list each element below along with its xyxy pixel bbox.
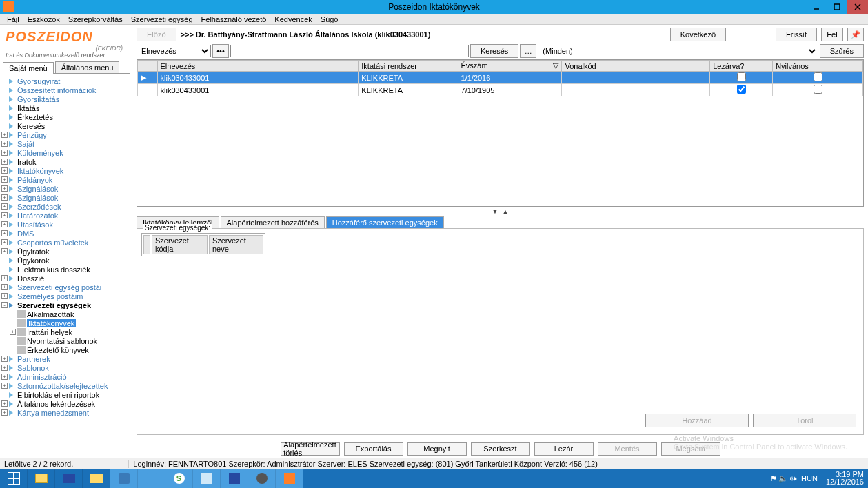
tree-label[interactable]: Keresés — [17, 122, 45, 130]
filter-button[interactable]: Szűrés — [820, 44, 864, 58]
tree-node[interactable]: Alkalmazottak — [10, 309, 131, 318]
expand-icon[interactable]: + — [1, 248, 8, 254]
tree-label[interactable]: Dosszié — [17, 274, 44, 283]
grid-header[interactable]: Elnevezés — [157, 61, 359, 72]
tree-node[interactable]: Ügykörök — [1, 256, 131, 265]
tree-label[interactable]: Határozatok — [17, 212, 58, 220]
search-input[interactable] — [230, 45, 469, 57]
grid-cell-closed[interactable] — [710, 72, 773, 84]
tree-label[interactable]: Partnerek — [17, 355, 50, 363]
next-button[interactable]: Következő — [670, 28, 726, 41]
tree-label[interactable]: DMS — [17, 230, 34, 238]
tree-node[interactable]: Nyomtatási sablonok — [10, 336, 131, 345]
tree-node[interactable]: +Küldemények — [1, 148, 131, 157]
tree-label[interactable]: Szerződések — [17, 203, 61, 211]
search-more-button[interactable]: … — [520, 44, 536, 58]
tree-label[interactable]: Érkeztetés — [17, 113, 53, 121]
tree-node[interactable]: Összesített információk — [1, 85, 131, 94]
tree-node[interactable]: Érkeztetés — [1, 112, 131, 121]
tree-node[interactable]: +Példányok — [1, 175, 131, 184]
expand-icon[interactable]: + — [1, 159, 8, 165]
expand-icon[interactable]: + — [1, 293, 8, 299]
tree-label[interactable]: Szervezeti egység postái — [17, 283, 101, 292]
tree-node[interactable]: Iktatókönyvek — [10, 318, 131, 327]
expand-icon[interactable]: + — [1, 409, 8, 416]
expand-icon[interactable]: + — [1, 383, 8, 389]
tree-label[interactable]: Csoportos műveletek — [17, 238, 88, 247]
taskbar-powershell[interactable] — [55, 469, 83, 488]
action-exportálás[interactable]: Exportálás — [344, 442, 403, 456]
splitter-bar[interactable]: ▼ ▲ — [137, 207, 864, 216]
expand-icon[interactable]: + — [1, 167, 8, 174]
tree-label[interactable]: Érkeztető könyvek — [27, 346, 89, 354]
tree-label[interactable]: Elbirtoklás elleni riportok — [17, 391, 99, 399]
tree-node[interactable]: Gyorsiktatás — [1, 94, 131, 103]
tree-label[interactable]: Irattári helyek — [27, 328, 72, 336]
tree-label[interactable]: Pénzügy — [17, 131, 47, 139]
tree-node[interactable]: Gyorsügyirat — [1, 77, 131, 85]
action-megnyit[interactable]: Megnyit — [407, 442, 467, 456]
taskbar-app3[interactable]: S — [165, 469, 193, 488]
taskbar-folder[interactable] — [83, 469, 110, 488]
pin-button[interactable]: 📌 — [847, 28, 864, 41]
tree-node[interactable]: +Saját — [1, 139, 131, 148]
system-tray[interactable]: ⚑ 🔈 🕪 HUN 3:19 PM 12/12/2016 — [766, 471, 868, 486]
tray-network-icon[interactable]: 🔈 — [778, 474, 788, 483]
action-lezár[interactable]: Lezár — [534, 442, 594, 456]
tree-label[interactable]: Összesített információk — [17, 86, 96, 94]
tree-node[interactable]: +Szerződések — [1, 202, 131, 211]
expand-icon[interactable]: + — [1, 284, 8, 290]
tree-node[interactable]: +Személyes postáim — [1, 292, 131, 301]
delete-button[interactable]: Töröl — [753, 414, 856, 427]
tree-node[interactable]: Elbirtoklás elleni riportok — [1, 390, 131, 399]
expand-icon[interactable]: + — [1, 194, 8, 201]
grid-cell-closed[interactable] — [710, 84, 773, 96]
add-button[interactable]: Hozzáad — [645, 414, 749, 427]
tray-lang[interactable]: HUN — [798, 474, 820, 482]
tree-node[interactable]: +Dosszié — [1, 274, 131, 283]
taskbar[interactable]: S ⚑ 🔈 🕪 HUN 3:19 PM 12/12/2016 — [0, 469, 868, 488]
menu-felhasználó vezető[interactable]: Felhasználó vezető — [197, 15, 271, 23]
tree-label[interactable]: Elektronikus dossziék — [17, 265, 90, 274]
grid-header[interactable]: Vonalkód — [562, 61, 710, 72]
tree-label[interactable]: Iratok — [17, 158, 37, 166]
expand-icon[interactable]: + — [1, 185, 8, 192]
tree-label[interactable]: Sablonok — [17, 364, 49, 372]
expand-icon[interactable]: + — [1, 132, 8, 138]
menu-szerepkörváltás[interactable]: Szerepkörváltás — [64, 15, 127, 23]
col-org-name[interactable]: Szervezet neve — [209, 235, 263, 254]
expand-icon[interactable]: + — [1, 176, 8, 183]
col-org-code[interactable]: Szervezet kódja — [152, 235, 208, 254]
tree-node[interactable]: +Iratok — [1, 157, 131, 166]
grid-cell-public[interactable] — [773, 84, 863, 96]
tree-label[interactable]: Alkalmazottak — [27, 310, 74, 318]
menu-fájl[interactable]: Fájl — [3, 15, 23, 23]
expand-icon[interactable]: + — [1, 203, 8, 210]
tree-label[interactable]: Szervezeti egységek — [17, 301, 91, 309]
tree-node[interactable]: +Szervezeti egység postái — [1, 283, 131, 292]
tree-label[interactable]: Szignálások — [17, 185, 58, 193]
tree-label[interactable]: Gyorsiktatás — [17, 95, 59, 103]
expand-icon[interactable]: + — [1, 239, 8, 245]
grid-header[interactable]: Lezárva? — [710, 61, 773, 72]
taskbar-app2[interactable] — [138, 469, 165, 488]
tree-node[interactable]: +Határozatok — [1, 211, 131, 220]
tree-label[interactable]: Sztornózottak/selejtezettek — [17, 382, 108, 390]
tree-label[interactable]: Saját — [17, 140, 34, 148]
tree-node[interactable]: +Irattári helyek — [10, 327, 131, 336]
tree-label[interactable]: Kártya menedzsment — [17, 409, 89, 417]
tree-node[interactable]: +Szignálások — [1, 184, 131, 193]
filter-select[interactable]: (Minden) — [538, 45, 818, 57]
up-button[interactable]: Fel — [821, 28, 843, 41]
tab-default-access[interactable]: Alapértelmezett hozzáférés — [221, 216, 325, 228]
taskbar-app5[interactable] — [221, 469, 248, 488]
tree-label[interactable]: Személyes postáim — [17, 292, 83, 301]
tree-label[interactable]: Szignálások — [17, 194, 58, 202]
expand-icon[interactable]: + — [1, 141, 8, 147]
expand-icon[interactable]: + — [1, 275, 8, 281]
expand-icon[interactable]: + — [1, 150, 8, 156]
table-row[interactable]: ▶klik030433001KLIKKRETA1/1/2016 — [138, 72, 863, 84]
main-grid[interactable]: ElnevezésIktatási rendszerÉvszám ▽Vonalk… — [137, 59, 864, 207]
action-mentés[interactable]: Mentés — [598, 442, 657, 456]
tree-node[interactable]: +Sztornózottak/selejtezettek — [1, 381, 131, 390]
